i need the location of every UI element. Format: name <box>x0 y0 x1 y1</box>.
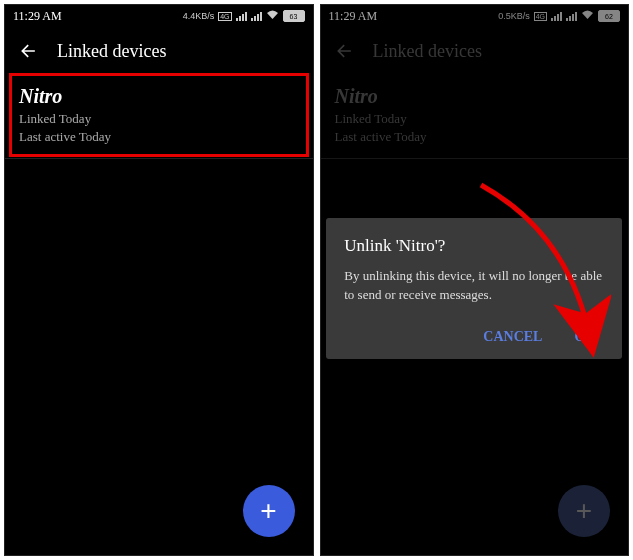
device-last-active: Last active Today <box>19 128 299 146</box>
page-title: Linked devices <box>57 41 166 62</box>
dialog-body: By unlinking this device, it will no lon… <box>344 266 604 305</box>
wifi-icon <box>266 10 279 22</box>
battery-icon: 63 <box>283 10 305 22</box>
device-linked: Linked Today <box>19 110 299 128</box>
dialog-actions: CANCEL OK <box>344 323 604 351</box>
device-item-nitro[interactable]: Nitro Linked Today Last active Today <box>5 75 313 159</box>
status-speed: 4.4KB/s <box>183 11 215 21</box>
device-name: Nitro <box>19 85 299 108</box>
phone-screen-left: 11:29 AM 4.4KB/s 4G 63 Linked devices Ni… <box>4 4 314 556</box>
cancel-button[interactable]: CANCEL <box>479 323 546 351</box>
signal-icon <box>236 12 247 21</box>
add-device-fab[interactable]: + <box>243 485 295 537</box>
device-list: Nitro Linked Today Last active Today <box>5 75 313 555</box>
status-indicators: 4.4KB/s 4G 63 <box>183 10 305 22</box>
signal-icon <box>251 12 262 21</box>
unlink-dialog: Unlink 'Nitro'? By unlinking this device… <box>326 218 622 359</box>
back-arrow-icon[interactable] <box>19 41 39 61</box>
status-net-badge: 4G <box>218 12 231 21</box>
status-time: 11:29 AM <box>13 9 62 24</box>
phone-screen-right: 11:29 AM 0.5KB/s 4G 62 Linked devices Ni… <box>320 4 630 556</box>
ok-button[interactable]: OK <box>570 323 600 351</box>
plus-icon: + <box>260 495 276 527</box>
app-header: Linked devices <box>5 27 313 75</box>
dialog-title: Unlink 'Nitro'? <box>344 236 604 256</box>
status-bar: 11:29 AM 4.4KB/s 4G 63 <box>5 5 313 27</box>
modal-overlay[interactable]: Unlink 'Nitro'? By unlinking this device… <box>321 5 629 555</box>
